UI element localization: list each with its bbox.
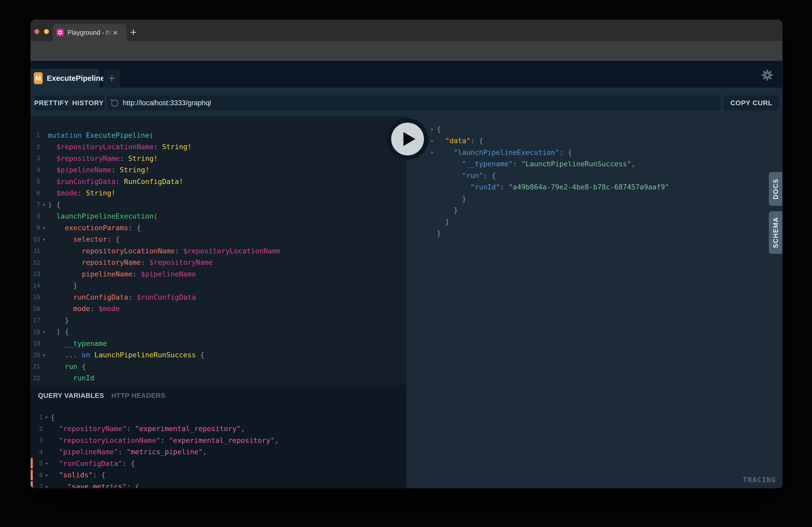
screenshot-stage: Playground - http://localhost:3 × + — [0, 0, 812, 527]
vars-code-line[interactable]: 7▾ "save_metrics": { — [31, 481, 407, 488]
code-text: "repositoryName": "experimental_reposito… — [50, 425, 407, 433]
tab-query-variables[interactable]: QUERY VARIABLES — [38, 392, 104, 400]
editor-code-line[interactable]: 6 $mode: String! — [31, 187, 407, 199]
resp-code-line: ▾ "data": { — [407, 135, 782, 147]
editor-code-line[interactable]: 13 pipelineName: $pipelineName — [31, 268, 407, 280]
variables-header: QUERY VARIABLES HTTP HEADERS — [31, 385, 407, 406]
fold-arrow-icon[interactable]: ▾ — [40, 237, 48, 242]
code-text: pipelineName: $pipelineName — [48, 270, 407, 278]
editor-code-line[interactable]: 21 run { — [31, 361, 407, 372]
fold-arrow-icon[interactable]: ▾ — [427, 138, 437, 144]
editor-code-line[interactable]: 20▾ ... on LaunchPipelineRunSuccess { — [31, 349, 407, 361]
tracing-expander[interactable]: TRACING — [743, 476, 776, 484]
line-number: 3 — [33, 437, 43, 444]
resp-code-line: } — [407, 205, 782, 216]
editor-code-line[interactable]: 10▾ selector: { — [31, 234, 407, 245]
line-number: 9 — [31, 224, 40, 231]
endpoint-reload-icon[interactable] — [110, 99, 119, 107]
browser-tab-close-icon[interactable]: × — [113, 28, 118, 37]
vars-code-line[interactable]: 2 "repositoryName": "experimental_reposi… — [31, 423, 407, 435]
editor-code-line[interactable]: 17 } — [31, 314, 407, 326]
playground-new-tab-button[interactable]: + — [103, 69, 120, 88]
vars-code-line[interactable]: 6▾ "solids": { — [31, 469, 407, 481]
endpoint-input[interactable]: http://localhost:3333/graphql — [107, 95, 721, 110]
query-variables-pane[interactable]: QUERY VARIABLES HTTP HEADERS 1▾{2 "repos… — [31, 385, 407, 488]
editor-code-line[interactable]: 19 __typename — [31, 337, 407, 349]
code-text: { — [437, 125, 782, 133]
code-text: repositoryLocationName: $repositoryLocat… — [48, 247, 407, 255]
vars-code-line[interactable]: 4 "pipelineName": "metrics_pipeline", — [31, 446, 407, 458]
response-lines: ▾{▾ "data": {▾ "launchPipelineExecution"… — [407, 116, 782, 239]
editor-code-line[interactable]: 5 $runConfigData: RunConfigData! — [31, 176, 407, 187]
browser-tabstrip: Playground - http://localhost:3 × + — [31, 20, 782, 41]
line-number: 10 — [31, 236, 40, 243]
gutter-spacer — [31, 412, 33, 422]
editor-code-line[interactable]: 22 runId — [31, 372, 407, 384]
vars-code-line[interactable]: 5▾ "runConfigData": { — [31, 457, 407, 469]
browser-tab-playground[interactable]: Playground - http://localhost:3 × — [53, 24, 127, 41]
browser-tab-title: Playground - http://localhost:3 — [67, 29, 112, 36]
line-number: 4 — [31, 166, 40, 174]
fold-arrow-icon[interactable]: ▾ — [40, 352, 48, 358]
editor-code-line[interactable]: 8 launchPipelineExecution( — [31, 210, 407, 222]
code-text: } — [437, 206, 782, 214]
query-editor-lines[interactable]: 1mutation ExecutePipeline(2 $repositoryL… — [31, 116, 407, 385]
editor-code-line[interactable]: 3 $repositoryName: String! — [31, 152, 407, 164]
fold-arrow-icon[interactable]: ▾ — [43, 484, 50, 488]
vars-code-line[interactable]: 1▾{ — [31, 411, 407, 423]
window-close-button[interactable] — [34, 29, 39, 34]
docs-side-tab[interactable]: DOCS — [769, 172, 782, 206]
editor-code-line[interactable]: 9▾ executionParams: { — [31, 222, 407, 234]
schema-side-tab[interactable]: SCHEMA — [769, 211, 782, 254]
playground-content: 1mutation ExecutePipeline(2 $repositoryL… — [31, 116, 782, 488]
fold-arrow-icon[interactable]: ▾ — [43, 414, 50, 420]
query-variables-lines[interactable]: 1▾{2 "repositoryName": "experimental_rep… — [31, 406, 407, 488]
line-number: 19 — [31, 340, 40, 347]
playground-tab-title: ExecutePipeline — [47, 74, 104, 82]
editor-code-line[interactable]: 1mutation ExecutePipeline( — [31, 130, 407, 141]
vars-code-line[interactable]: 3 "repositoryLocationName": "experimenta… — [31, 435, 407, 446]
code-text: "save_metrics": { — [50, 483, 407, 488]
history-button[interactable]: HISTORY — [71, 95, 104, 110]
prettify-button[interactable]: PRETTIFY — [34, 95, 69, 110]
editor-code-line[interactable]: 14 } — [31, 280, 407, 291]
fold-arrow-icon[interactable]: ▾ — [40, 329, 48, 335]
fold-arrow-icon[interactable]: ▾ — [43, 472, 50, 478]
fold-arrow-icon[interactable]: ▾ — [427, 149, 437, 155]
editor-code-line[interactable]: 18▾ ) { — [31, 326, 407, 338]
fold-arrow-icon[interactable]: ▾ — [40, 202, 48, 207]
query-editor-pane[interactable]: 1mutation ExecutePipeline(2 $repositoryL… — [31, 116, 407, 385]
editor-code-line[interactable]: 7▾) { — [31, 199, 407, 210]
playground-tab-executepipeline[interactable]: M ExecutePipeline × — [31, 69, 100, 88]
line-number: 3 — [31, 155, 40, 162]
editor-code-line[interactable]: 2 $repositoryLocationName: String! — [31, 141, 407, 153]
editor-code-line[interactable]: 16 mode: $mode — [31, 303, 407, 315]
code-text: "solids": { — [50, 471, 407, 479]
browser-urlbar-row: localhost:3333/graphql Guest — [31, 41, 782, 61]
code-text: } — [48, 282, 407, 289]
browser-new-tab-button[interactable]: + — [130, 27, 137, 37]
copy-curl-button[interactable]: COPY CURL — [724, 95, 779, 110]
settings-gear-icon[interactable] — [761, 69, 773, 81]
code-text: mutation ExecutePipeline( — [48, 131, 407, 139]
line-number: 6 — [31, 190, 40, 197]
editor-code-line[interactable]: 4 $pipelineName: String! — [31, 164, 407, 176]
resp-code-line: ▾ "launchPipelineExecution": { — [407, 147, 782, 158]
fold-arrow-icon[interactable]: ▾ — [427, 126, 437, 132]
tab-http-headers[interactable]: HTTP HEADERS — [111, 392, 165, 400]
editor-code-line[interactable]: 11 repositoryLocationName: $repositoryLo… — [31, 245, 407, 257]
window-minimize-button[interactable] — [44, 29, 49, 34]
line-number: 7 — [31, 201, 40, 208]
code-text: "runConfigData": { — [50, 460, 407, 467]
line-number: 1 — [31, 132, 40, 139]
fold-arrow-icon[interactable]: ▾ — [40, 225, 48, 230]
fold-arrow-icon[interactable]: ▾ — [43, 461, 50, 466]
lint-error-marker — [31, 470, 33, 480]
editor-code-line[interactable]: 12 repositoryName: $repositoryName — [31, 257, 407, 268]
code-text: "repositoryLocationName": "experimental_… — [50, 436, 407, 445]
line-number: 13 — [31, 270, 40, 277]
editor-code-line[interactable]: 15 runConfigData: $runConfigData — [31, 291, 407, 303]
lint-error-marker — [31, 481, 33, 488]
line-number: 12 — [31, 259, 40, 266]
line-number: 6 — [33, 471, 43, 479]
